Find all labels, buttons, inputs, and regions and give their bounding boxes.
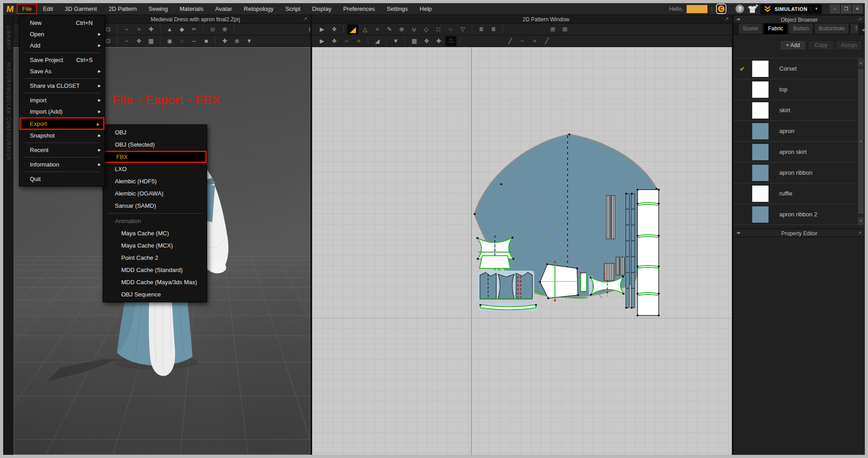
export-item-fbx[interactable]: FBX ▶ bbox=[103, 151, 207, 163]
measure-tape-icon[interactable]: ✚ bbox=[219, 36, 230, 46]
file-menu-item-export[interactable]: Export ▶ bbox=[19, 117, 104, 130]
popout-icon[interactable]: ↗ bbox=[304, 16, 307, 21]
chevron-down-icon[interactable]: ▼ bbox=[811, 7, 818, 11]
buttonhole-tool-icon[interactable]: ○ bbox=[176, 36, 187, 46]
padding-tool-icon[interactable]: ■ bbox=[201, 36, 212, 46]
free-sewing-icon[interactable]: ≈ bbox=[133, 24, 144, 34]
file-menu-item-import-add[interactable]: Import (Add) ▶ bbox=[19, 106, 104, 117]
avatar-measure-icon[interactable]: ⊕ bbox=[232, 36, 242, 46]
edit-texture-icon[interactable]: ▦ bbox=[409, 36, 420, 46]
file-menu-item-information[interactable]: Information ▶ bbox=[19, 159, 104, 170]
copy-fabric-button[interactable]: Copy bbox=[808, 40, 834, 50]
menubar-item-settings[interactable]: Settings bbox=[381, 4, 414, 14]
curve-tool-icon[interactable]: ∪ bbox=[408, 24, 419, 34]
pattern-color-icon[interactable]: ❖ bbox=[421, 36, 432, 46]
close-button[interactable]: ✕ bbox=[853, 5, 862, 13]
sidebar-item-history[interactable]: HISTORY bbox=[6, 62, 11, 87]
canvas-2d[interactable] bbox=[312, 47, 732, 455]
file-menu-item-recent[interactable]: Recent ▶ bbox=[19, 144, 104, 156]
grid-2d-icon[interactable]: ⊞ bbox=[547, 24, 558, 34]
fabric-item-skirt[interactable]: ✔ skirt bbox=[734, 100, 865, 121]
file-menu-item-quit[interactable]: Quit ▶ bbox=[19, 173, 104, 185]
scroll-down-icon[interactable]: ▼ bbox=[858, 217, 864, 224]
menubar-item-script[interactable]: Script bbox=[280, 4, 306, 14]
sew-2d-icon[interactable]: ~ bbox=[341, 36, 352, 46]
select-pattern-icon[interactable]: ▶ bbox=[317, 24, 327, 34]
pattern-piece-waist-ribbon[interactable] bbox=[479, 303, 538, 311]
sidebar-item-modular-configurator[interactable]: MODULAR CONFIGURATOR bbox=[6, 87, 11, 161]
sewing-texture-icon[interactable]: ~ bbox=[121, 36, 132, 46]
menubar-item-sewing[interactable]: Sewing bbox=[142, 4, 174, 14]
export-item-point-cache-2[interactable]: Point Cache 2 ▶ bbox=[103, 252, 207, 264]
export-item-obj[interactable]: OBJ ▶ bbox=[103, 126, 207, 138]
fabric-item-corset[interactable]: ✔ Corset bbox=[734, 58, 865, 79]
menubar-item-2d-pattern[interactable]: 2D Pattern bbox=[103, 4, 142, 14]
dart-tool-icon[interactable]: ▽ bbox=[457, 24, 468, 34]
zipper-tool-icon[interactable]: ─ bbox=[189, 36, 199, 46]
menubar-item-preferences[interactable]: Preferences bbox=[337, 4, 381, 14]
menubar-item-3d-garment[interactable]: 3D Garment bbox=[59, 4, 103, 14]
export-item-lxo[interactable]: LXO ▶ bbox=[103, 163, 207, 175]
steam-iron-icon[interactable]: ◢ bbox=[372, 36, 383, 46]
fabric-item-apron[interactable]: ✔ apron bbox=[734, 121, 865, 142]
pattern-piece-bodice-group[interactable] bbox=[478, 271, 534, 301]
edit-curvature-icon[interactable]: ≈ bbox=[372, 24, 383, 34]
pleat-fold-icon[interactable]: Ⅲ bbox=[488, 24, 499, 34]
line-wave-icon[interactable]: ≈ bbox=[529, 36, 540, 46]
assign-fabric-button[interactable]: Assign bbox=[836, 40, 862, 50]
pleats-tool-icon[interactable]: Ⅲ bbox=[476, 24, 487, 34]
tab-buttonhole[interactable]: Buttonhole bbox=[814, 23, 849, 34]
add-fabric-button[interactable]: + Add bbox=[780, 40, 806, 50]
grid-snap-2d-icon[interactable]: ⊞ bbox=[560, 24, 570, 34]
arrangement-points-icon[interactable]: ⊙ bbox=[207, 24, 218, 34]
export-item-alembic-hdf5[interactable]: Alembic (HDF5) ▶ bbox=[103, 175, 207, 187]
export-item-maya-cache-mc[interactable]: Maya Cache (MC) ▶ bbox=[103, 227, 207, 239]
menubar-item-help[interactable]: Help bbox=[414, 4, 438, 14]
edit-sewing-icon[interactable]: ✚ bbox=[146, 24, 157, 34]
gizmo-icon[interactable]: ⊕ bbox=[219, 24, 230, 34]
pane-divider[interactable] bbox=[310, 15, 312, 455]
tab-button[interactable]: Button bbox=[788, 23, 813, 34]
export-item-mdd-cache-maya-3ds-max[interactable]: MDD Cache (Maya/3ds Max) ▶ bbox=[103, 276, 207, 288]
move-point-2d-icon[interactable]: ❖ bbox=[329, 36, 340, 46]
polygon-tool-icon[interactable]: ◇ bbox=[421, 24, 432, 34]
baseline-tool-icon[interactable]: ✚ bbox=[433, 36, 444, 46]
pin-tool-icon[interactable]: ▲ bbox=[164, 24, 175, 34]
circle-tool-icon[interactable]: ○ bbox=[445, 24, 456, 34]
move-pattern-icon[interactable]: ❖ bbox=[329, 24, 340, 34]
sidebar-item-library[interactable]: LIBRARY bbox=[6, 26, 11, 50]
file-menu-item-share-via-closet[interactable]: Share via CLOSET ▶ bbox=[19, 80, 104, 91]
fabric-item-apron-ribbon-2[interactable]: ✔ apron ribbon 2 bbox=[734, 204, 865, 225]
fabric-item-apron-ribbon[interactable]: ✔ apron ribbon bbox=[734, 162, 865, 183]
fabric-item-ruffle[interactable]: ✔ ruffle bbox=[734, 183, 865, 204]
tack-on-avatar-icon[interactable]: ◆ bbox=[176, 24, 187, 34]
fabric-item-apron-skirt[interactable]: ✔ apron skirt bbox=[734, 142, 865, 162]
pattern-piece-ribbon-small[interactable] bbox=[580, 272, 587, 291]
export-item-obj-selected[interactable]: OBJ (Selected) ▶ bbox=[103, 138, 207, 151]
menubar-item-file[interactable]: File bbox=[17, 4, 37, 14]
fold-arrangement-icon[interactable]: ❖ bbox=[133, 36, 144, 46]
button-tool-icon[interactable]: ◉ bbox=[164, 36, 175, 46]
tab-scroll-left-icon[interactable]: ◀ bbox=[860, 28, 866, 32]
transform-pattern-icon[interactable] bbox=[347, 24, 358, 34]
line-solid-icon[interactable]: ╱ bbox=[505, 36, 516, 46]
scroll-up-icon[interactable]: ▲ bbox=[858, 59, 864, 67]
line-angle-icon[interactable]: ╱ bbox=[541, 36, 552, 46]
popout-icon[interactable]: ↗ bbox=[858, 230, 862, 235]
menubar-item-display[interactable]: Display bbox=[306, 4, 337, 14]
restore-button[interactable]: ❐ bbox=[841, 5, 851, 13]
rectangle-tool-icon[interactable]: □ bbox=[433, 24, 444, 34]
minimize-button[interactable]: – bbox=[830, 5, 840, 13]
menubar-item-retopology[interactable]: Retopology bbox=[238, 4, 280, 14]
file-menu-item-new[interactable]: NewCtrl+N ▶ bbox=[19, 17, 104, 29]
tab-scene[interactable]: Scene bbox=[738, 23, 763, 34]
edit-pattern-icon[interactable]: △ bbox=[360, 24, 370, 34]
segment-sewing-icon[interactable]: ~ bbox=[121, 24, 132, 34]
add-point-icon[interactable]: ⊕ bbox=[396, 24, 407, 34]
edit-curve-point-icon[interactable]: ✎ bbox=[384, 24, 395, 34]
export-item-mdd-cache-standard[interactable]: MDD Cache (Standard) ▶ bbox=[103, 264, 207, 276]
closet-connect-icon[interactable]: C bbox=[716, 4, 726, 14]
tab-trim-clipped[interactable]: T bbox=[850, 23, 859, 34]
line-dotted-icon[interactable]: ┈ bbox=[517, 36, 528, 46]
file-menu-item-add[interactable]: Add ▶ bbox=[19, 40, 104, 51]
